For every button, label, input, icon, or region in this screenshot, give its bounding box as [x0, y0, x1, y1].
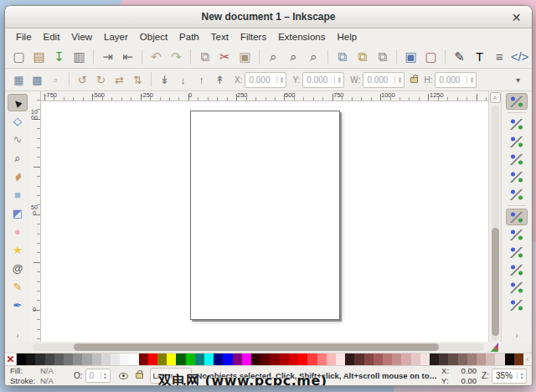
color-swatch[interactable]: [186, 353, 195, 365]
color-swatch[interactable]: [505, 353, 514, 365]
layers-dialog-button[interactable]: ≡: [490, 47, 509, 66]
layer-visibility-icon[interactable]: [119, 373, 128, 379]
fill-stroke-dialog-button[interactable]: ✎: [450, 47, 469, 66]
menu-object[interactable]: Object: [134, 30, 173, 44]
rotate-ccw-button[interactable]: ↺: [74, 71, 91, 89]
vertical-ruler[interactable]: 10005000: [30, 91, 41, 342]
color-swatch[interactable]: [364, 353, 374, 365]
color-swatch[interactable]: [251, 353, 260, 365]
box3d-tool[interactable]: ◩: [8, 204, 28, 222]
menu-path[interactable]: Path: [173, 30, 205, 44]
close-icon[interactable]: ✕: [509, 10, 523, 24]
color-swatch[interactable]: [439, 353, 448, 365]
y-field[interactable]: 0.000 ▴▾: [302, 72, 344, 88]
menu-text[interactable]: Text: [205, 30, 234, 44]
color-managed-display-icon[interactable]: [489, 343, 498, 352]
color-swatch[interactable]: [280, 353, 289, 365]
color-swatch[interactable]: [345, 353, 354, 365]
lower-button[interactable]: ↓: [174, 71, 192, 89]
color-swatch[interactable]: [307, 353, 317, 365]
color-swatch[interactable]: [195, 353, 204, 365]
zoom-tool[interactable]: ⌕: [8, 149, 28, 167]
tweak-tool[interactable]: ∿: [8, 131, 28, 148]
toolbox-expander[interactable]: ›: [16, 331, 18, 340]
current-layer-dropdown[interactable]: Layer 1: [150, 368, 192, 384]
color-swatch[interactable]: [233, 353, 242, 365]
measure-tool[interactable]: ▰: [8, 168, 28, 185]
x-spinner[interactable]: ▴▾: [276, 76, 286, 84]
snap-to-paths-button[interactable]: [506, 226, 528, 243]
clone-button[interactable]: ⧉: [353, 47, 372, 66]
pencil-tool[interactable]: ✎: [8, 278, 28, 296]
color-swatch[interactable]: [327, 353, 336, 365]
color-swatch[interactable]: [35, 353, 44, 365]
color-swatch[interactable]: [129, 353, 138, 365]
w-field[interactable]: 0.000 ▴▾: [363, 72, 405, 88]
paste-button[interactable]: ▣: [235, 47, 255, 66]
color-swatch[interactable]: [458, 353, 467, 365]
group-button[interactable]: ▣: [401, 47, 420, 66]
color-swatch[interactable]: [120, 353, 129, 365]
flip-vertical-button[interactable]: ⇅: [129, 71, 147, 89]
color-swatch[interactable]: [214, 353, 223, 365]
zoom-field[interactable]: 35% ▴▾: [492, 369, 527, 384]
commandbar-overflow-button[interactable]: ▾: [530, 47, 533, 66]
undo-button[interactable]: ↶: [147, 47, 166, 66]
color-swatch[interactable]: [204, 353, 214, 365]
zoom-selection-button[interactable]: ⌕: [264, 47, 283, 66]
select-all-layers-button[interactable]: ▩: [28, 71, 46, 89]
snap-bounding-box-button[interactable]: [506, 116, 528, 132]
cut-button[interactable]: ✂: [215, 47, 234, 66]
color-swatch[interactable]: [495, 353, 504, 365]
color-swatch[interactable]: [298, 353, 307, 365]
color-swatch[interactable]: [223, 353, 232, 365]
color-swatch[interactable]: [420, 353, 430, 365]
toolcontrols-overflow-button[interactable]: ▾: [509, 71, 527, 89]
color-swatch[interactable]: [101, 353, 111, 365]
color-swatch[interactable]: [45, 353, 54, 365]
color-swatch[interactable]: [270, 353, 279, 365]
color-swatch[interactable]: [383, 353, 392, 365]
deselect-button[interactable]: ▫: [47, 71, 64, 89]
color-swatch[interactable]: [374, 353, 383, 365]
print-button[interactable]: ▥: [70, 47, 89, 66]
palette-scroll-left-icon[interactable]: ‹: [523, 353, 532, 365]
lower-to-bottom-button[interactable]: ↡: [156, 71, 173, 89]
menu-help[interactable]: Help: [331, 30, 363, 44]
lock-ratio-icon[interactable]: [410, 77, 418, 83]
color-swatch[interactable]: [17, 353, 26, 365]
redo-button[interactable]: ↷: [167, 47, 186, 66]
color-swatch[interactable]: [401, 353, 410, 365]
vertical-scrollbar-thumb[interactable]: [492, 228, 499, 336]
snap-bbox-edge-midpoints-button[interactable]: [506, 168, 528, 185]
ungroup-button[interactable]: ▢: [421, 47, 441, 66]
menu-view[interactable]: View: [65, 30, 98, 44]
select-all-button[interactable]: ▦: [10, 71, 28, 89]
zoom-spinner[interactable]: ▴▾: [517, 372, 526, 379]
ellipse-tool[interactable]: ●: [8, 223, 28, 240]
color-swatch[interactable]: [411, 353, 420, 365]
zoom-drawing-button[interactable]: ⌕: [284, 47, 303, 66]
export-button[interactable]: ⇤: [118, 47, 137, 66]
snap-bbox-edges-button[interactable]: [506, 133, 528, 150]
open-document-button[interactable]: ▤: [29, 47, 49, 66]
color-swatch[interactable]: [448, 353, 457, 365]
menu-file[interactable]: File: [10, 30, 38, 44]
y-spinner[interactable]: ▴▾: [334, 76, 343, 84]
raise-button[interactable]: ↑: [193, 71, 210, 89]
color-swatch[interactable]: [139, 353, 148, 365]
copy-button[interactable]: ⧉: [195, 47, 214, 66]
color-swatch[interactable]: [176, 353, 185, 365]
color-swatch[interactable]: [26, 353, 35, 365]
star-tool[interactable]: ★: [8, 241, 28, 259]
color-swatch[interactable]: [167, 353, 176, 365]
flip-horizontal-button[interactable]: ⇄: [111, 71, 128, 89]
color-swatch[interactable]: [392, 353, 401, 365]
menu-extensions[interactable]: Extensions: [272, 30, 331, 44]
menu-layer[interactable]: Layer: [98, 30, 134, 44]
titlebar[interactable]: New document 1 – Inkscape ✕: [5, 6, 532, 28]
menu-edit[interactable]: Edit: [38, 30, 66, 44]
snapbar-expander[interactable]: ›: [515, 331, 518, 340]
color-swatch[interactable]: [354, 353, 363, 365]
import-button[interactable]: ⇥: [98, 47, 117, 66]
